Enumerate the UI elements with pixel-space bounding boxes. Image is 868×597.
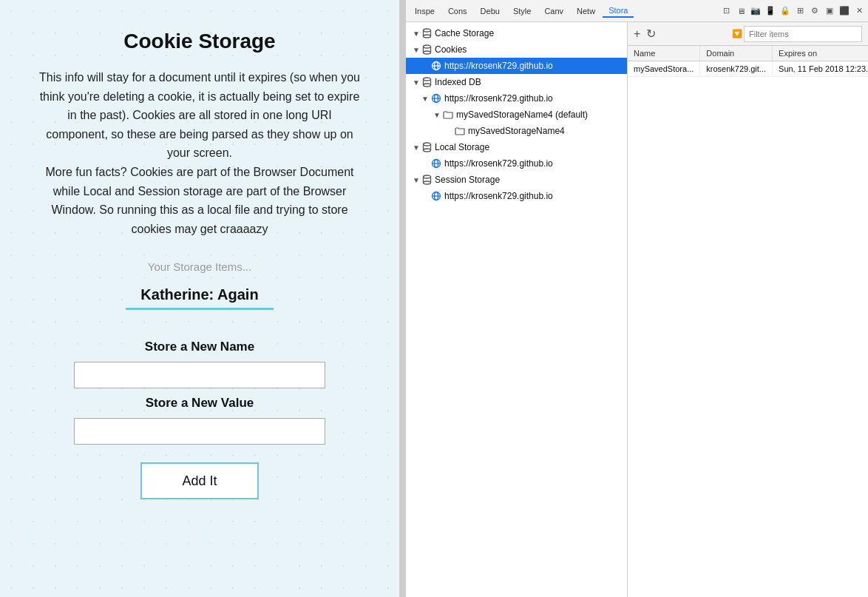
globe-icon-local [431, 158, 441, 169]
svg-point-21 [424, 149, 431, 152]
tree-db-store[interactable]: mySavedStorageName4 [406, 123, 627, 139]
cell-name: mySavedStora... [628, 61, 700, 77]
cookies-label: Cookies [435, 44, 467, 55]
form-section: Store a New Name Store a New Value Add I… [37, 340, 362, 499]
resize-icon[interactable]: ⊞ [794, 5, 806, 17]
cell-domain: krosenk729.git... [700, 61, 773, 77]
tree-cookies[interactable]: ▼ Cookies [406, 41, 627, 58]
tree-cache-storage[interactable]: ▼ Cache Storage [406, 25, 627, 41]
db-default-label: mySavedStorageName4 (default) [456, 109, 588, 120]
cell-expires: Sun, 11 Feb 2018 12:23... [773, 61, 868, 77]
cookies-cylinder-icon [422, 44, 432, 55]
col-name[interactable]: Name [628, 46, 700, 61]
tab-style[interactable]: Style [507, 5, 537, 17]
settings-icon[interactable]: ⚙ [809, 5, 821, 17]
svg-point-11 [424, 78, 431, 81]
tree-session-storage[interactable]: ▼ Session Storage [406, 172, 627, 188]
responsive-icon[interactable]: ⊡ [720, 5, 732, 17]
session-storage-url-label: https://krosenk729.github.io [444, 191, 553, 201]
tab-debugger[interactable]: Debu [475, 5, 506, 17]
add-button[interactable]: Add It [140, 462, 259, 499]
svg-point-0 [424, 29, 431, 32]
filter-input[interactable] [744, 26, 862, 42]
store-value-label: Store a New Value [146, 396, 254, 411]
indexed-db-url-label: https://krosenk729.github.io [444, 93, 553, 104]
tab-console[interactable]: Cons [442, 5, 473, 17]
dock-icon[interactable]: ⬛ [838, 5, 850, 17]
data-panel: + ↻ 🔽 Name Domain Expires on Last access… [628, 22, 868, 597]
devtools-panel: Inspe Cons Debu Style Canv Netw Stora ⊡ … [405, 0, 868, 597]
add-entry-button[interactable]: + [634, 27, 640, 41]
folder-icon-default [443, 110, 453, 119]
refresh-button[interactable]: ↻ [646, 27, 656, 41]
session-storage-label: Session Storage [435, 175, 500, 185]
devtools-tab-bar: Inspe Cons Debu Style Canv Netw Stora ⊡ … [406, 0, 868, 22]
tree-cookies-url[interactable]: https://krosenk729.github.io [406, 58, 627, 74]
indexed-db-label: Indexed DB [435, 77, 481, 87]
table-header: Name Domain Expires on Last accessed on … [628, 46, 868, 61]
local-storage-cylinder-icon [422, 142, 432, 152]
panel-splitter[interactable] [399, 0, 405, 597]
tree-indexed-db[interactable]: ▼ Indexed DB [406, 74, 627, 90]
close-icon[interactable]: ✕ [853, 5, 865, 17]
db-store-label: mySavedStorageName4 [468, 126, 565, 136]
storage-tree: ▼ Cache Storage ▼ Cookies ht [406, 22, 628, 597]
cache-storage-label: Cache Storage [435, 28, 494, 38]
svg-point-7 [424, 51, 431, 54]
cookies-url-label: https://krosenk729.github.io [444, 61, 553, 71]
screenshot-icon[interactable]: 🖥 [735, 5, 747, 17]
indexed-db-arrow: ▼ [412, 78, 421, 87]
tree-db-default[interactable]: ▼ mySavedStorageName4 (default) [406, 107, 627, 123]
cookies-table: Name Domain Expires on Last accessed on … [628, 46, 868, 597]
store-name-input[interactable] [74, 362, 325, 388]
col-domain[interactable]: Domain [700, 46, 773, 61]
local-storage-label: Local Storage [435, 142, 489, 152]
session-storage-cylinder-icon [422, 175, 432, 185]
tree-indexed-db-url[interactable]: ▼ https://krosenk729.github.io [406, 90, 627, 107]
filter-icon: 🔽 [732, 29, 742, 38]
tree-local-storage-url[interactable]: https://krosenk729.github.io [406, 155, 627, 172]
cylinder-icon [422, 28, 432, 38]
svg-point-25 [424, 175, 431, 178]
tab-inspector[interactable]: Inspe [409, 5, 441, 17]
folder-icon-store [455, 127, 465, 135]
camera-icon[interactable]: 📷 [750, 5, 762, 17]
left-panel: Cookie Storage This info will stay for a… [0, 0, 399, 597]
svg-point-28 [424, 181, 431, 184]
session-storage-arrow: ▼ [412, 176, 421, 184]
table-row[interactable]: mySavedStora... krosenk729.git... Sun, 1… [628, 61, 868, 77]
svg-point-14 [424, 84, 431, 87]
globe-icon-indexed [431, 93, 441, 104]
svg-point-4 [424, 45, 431, 48]
mobile-icon[interactable]: 📱 [764, 5, 776, 17]
store-value-input[interactable] [74, 418, 325, 445]
indexed-db-cylinder-icon [422, 77, 432, 87]
storage-label: Your Storage Items... [148, 260, 251, 273]
svg-point-3 [424, 35, 431, 38]
tree-local-storage[interactable]: ▼ Local Storage [406, 139, 627, 155]
tab-canvas[interactable]: Canv [538, 5, 569, 17]
tree-session-storage-url[interactable]: https://krosenk729.github.io [406, 188, 627, 204]
svg-point-18 [424, 143, 431, 146]
devtools-icon-bar: ⊡ 🖥 📷 📱 🔒 ⊞ ⚙ ▣ ⬛ ✕ [720, 5, 865, 17]
devtools-content: ▼ Cache Storage ▼ Cookies ht [406, 22, 868, 597]
col-expires[interactable]: Expires on [773, 46, 868, 61]
sensor-icon[interactable]: 🔒 [779, 5, 791, 17]
local-storage-url-label: https://krosenk729.github.io [444, 158, 553, 169]
local-storage-arrow: ▼ [412, 144, 421, 152]
page-title: Cookie Storage [123, 30, 275, 53]
tab-storage[interactable]: Stora [603, 4, 634, 18]
db-default-arrow: ▼ [433, 111, 441, 119]
cache-storage-arrow: ▼ [412, 30, 421, 38]
storage-value: Katherine: Again [126, 282, 274, 310]
split-icon[interactable]: ▣ [824, 5, 835, 17]
data-table-element: Name Domain Expires on Last accessed on … [628, 46, 868, 77]
description-text: This info will stay for a document until… [37, 68, 362, 238]
globe-icon-session [431, 191, 441, 201]
indexed-db-url-arrow: ▼ [421, 95, 430, 103]
store-name-label: Store a New Name [145, 340, 254, 354]
tab-network[interactable]: Netw [571, 5, 601, 17]
table-body: mySavedStora... krosenk729.git... Sun, 1… [628, 61, 868, 77]
data-toolbar: + ↻ 🔽 [628, 22, 868, 46]
cookies-arrow: ▼ [412, 46, 421, 54]
